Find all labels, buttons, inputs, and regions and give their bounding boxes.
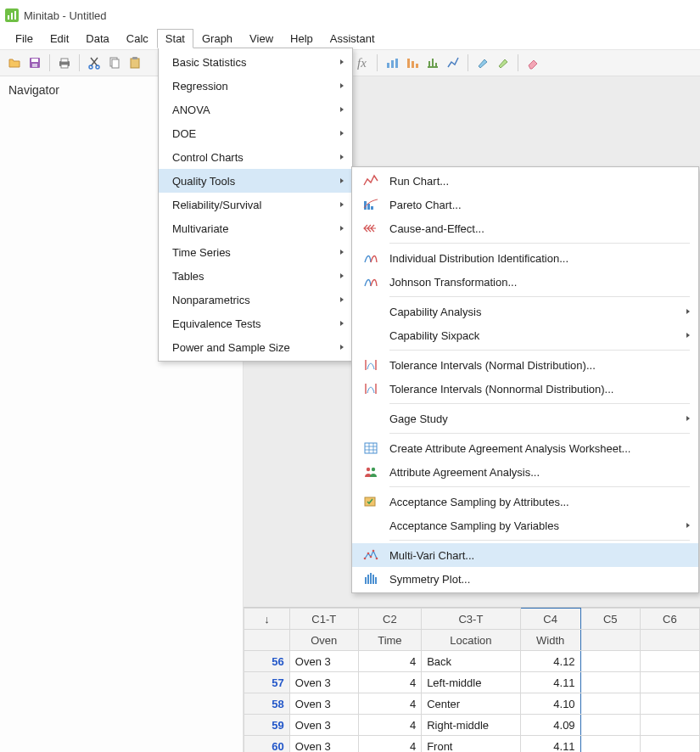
highlight-1-icon[interactable] [473,53,492,72]
qt-item-acceptance-sampling-by-variables[interactable]: Acceptance Sampling by Variables [352,513,698,537]
menu-data[interactable]: Data [77,29,117,48]
qt-item-tolerance-intervals-nonnormal-distribution[interactable]: Tolerance Intervals (Nonnormal Distribut… [352,377,698,401]
qt-item-multi-vari-chart[interactable]: Multi-Vari Chart... [352,543,698,567]
stat-item-basic-statistics[interactable]: Basic Statistics [159,50,352,74]
cell[interactable]: 4.12 [520,651,580,672]
col-header[interactable]: C5 [580,609,640,630]
stat-item-equivalence-tests[interactable]: Equivalence Tests [159,311,352,335]
cell[interactable]: 4.10 [520,693,580,715]
stat-item-multivariate[interactable]: Multivariate [159,216,352,240]
menu-assistant[interactable]: Assistant [322,29,384,48]
qt-item-pareto-chart[interactable]: Pareto Chart... [352,193,698,216]
cell[interactable]: Oven 3 [289,736,358,753]
menu-calc[interactable]: Calc [118,29,157,48]
stat-item-control-charts[interactable]: Control Charts [159,145,352,169]
stat-item-anova[interactable]: ANOVA [159,98,352,121]
row-header[interactable]: 60 [244,736,290,753]
cell[interactable]: Oven 3 [289,672,358,693]
qt-item-capability-sixpack[interactable]: Capability Sixpack [352,323,698,347]
cell[interactable]: 4 [358,672,422,693]
cell[interactable] [640,715,699,736]
qt-item-gage-study[interactable]: Gage Study [352,407,698,430]
cell[interactable]: 4.11 [520,736,580,753]
chart-tool-4-icon[interactable] [444,53,462,72]
stat-item-tables[interactable]: Tables [159,264,352,288]
cell[interactable]: Right-middle [422,715,521,736]
cell[interactable]: 4 [358,651,422,672]
col-header[interactable]: C6 [640,609,699,630]
cell[interactable] [580,672,640,693]
cell[interactable]: 4.11 [520,672,580,693]
col-header[interactable]: C3-T [422,609,521,630]
cell[interactable] [640,693,699,715]
corner-cell[interactable]: ↓ [244,609,290,630]
menu-help[interactable]: Help [282,29,322,48]
cell[interactable] [640,672,699,693]
copy-icon[interactable] [105,53,124,72]
col-name[interactable] [580,630,640,651]
cell[interactable] [580,736,640,753]
chart-tool-2-icon[interactable] [403,53,422,72]
open-icon[interactable] [5,53,24,72]
qt-item-tolerance-intervals-normal-distribution[interactable]: Tolerance Intervals (Normal Distribution… [352,353,698,377]
cell[interactable] [580,715,640,736]
stat-item-power-and-sample-size[interactable]: Power and Sample Size [159,335,352,359]
cell[interactable]: Center [422,693,521,715]
menu-view[interactable]: View [241,29,282,48]
col-header[interactable]: C2 [358,609,422,630]
cut-icon[interactable] [85,53,104,72]
menu-graph[interactable]: Graph [193,29,241,48]
highlight-2-icon[interactable] [494,53,512,72]
fx-label[interactable]: fx [352,56,372,70]
eraser-icon[interactable] [524,53,542,72]
cell[interactable]: 4.09 [520,715,580,736]
stat-item-regression[interactable]: Regression [159,74,352,98]
cell[interactable]: Oven 3 [289,651,358,672]
chart-tool-3-icon[interactable] [423,53,442,72]
cell[interactable]: Back [422,651,521,672]
qt-item-capability-analysis[interactable]: Capability Analysis [352,300,698,323]
menu-edit[interactable]: Edit [42,29,77,48]
qt-item-cause-and-effect[interactable]: Cause-and-Effect... [352,216,698,240]
cell[interactable] [580,651,640,672]
row-header[interactable]: 56 [244,651,290,672]
chart-tool-1-icon[interactable] [383,53,401,72]
qt-item-attribute-agreement-analysis[interactable]: Attribute Agreement Analysis... [352,460,698,484]
cell[interactable] [640,736,699,753]
cell[interactable]: Left-middle [422,672,521,693]
cell[interactable]: Oven 3 [289,715,358,736]
menu-file[interactable]: File [7,29,42,48]
stat-item-doe[interactable]: DOE [159,121,352,145]
stat-item-quality-tools[interactable]: Quality Tools [159,169,352,193]
col-name[interactable] [640,630,699,651]
qt-item-symmetry-plot[interactable]: Symmetry Plot... [352,567,698,591]
stat-item-reliability-survival[interactable]: Reliability/Survival [159,193,352,216]
paste-icon[interactable] [126,53,144,72]
cell[interactable]: Oven 3 [289,693,358,715]
stat-item-nonparametrics[interactable]: Nonparametrics [159,288,352,311]
cell[interactable]: 4 [358,715,422,736]
row-header[interactable]: 57 [244,672,290,693]
print-icon[interactable] [55,53,74,72]
save-icon[interactable] [25,53,44,72]
worksheet[interactable]: ↓C1-TC2C3-TC4C5C6OvenTimeLocationWidth56… [244,607,700,752]
stat-item-time-series[interactable]: Time Series [159,240,352,264]
col-header[interactable]: C4 [520,609,580,630]
qt-item-individual-distribution-identification[interactable]: Individual Distribution Identification..… [352,246,698,270]
qt-item-run-chart[interactable]: Run Chart... [352,169,698,193]
cell[interactable] [640,651,699,672]
qt-item-johnson-transformation[interactable]: Johnson Transformation... [352,270,698,294]
cell[interactable]: Front [422,736,521,753]
menu-stat[interactable]: Stat [157,29,193,48]
row-header[interactable]: 58 [244,693,290,715]
cell[interactable]: 4 [358,693,422,715]
col-name[interactable]: Oven [289,630,358,651]
qt-item-acceptance-sampling-by-attributes[interactable]: Acceptance Sampling by Attributes... [352,490,698,513]
col-name[interactable]: Time [358,630,422,651]
cell[interactable]: 4 [358,736,422,753]
qt-item-create-attribute-agreement-analysis-worksheet[interactable]: Create Attribute Agreement Analysis Work… [352,436,698,460]
col-name[interactable]: Width [520,630,580,651]
row-header[interactable]: 59 [244,715,290,736]
cell[interactable] [580,693,640,715]
col-header[interactable]: C1-T [289,609,358,630]
